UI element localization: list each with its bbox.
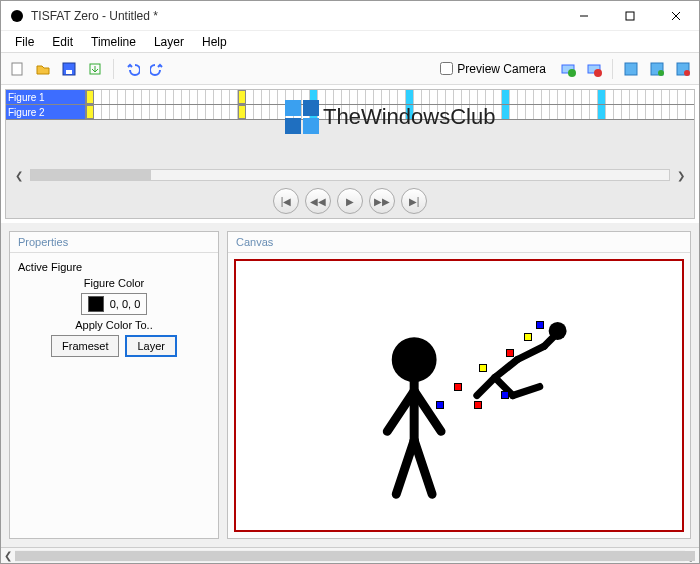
joint-handle[interactable] <box>479 364 487 372</box>
svg-rect-13 <box>625 63 637 75</box>
canvas[interactable] <box>234 259 684 532</box>
new-file-icon[interactable] <box>5 57 29 81</box>
properties-panel: Properties Active Figure Figure Color 0,… <box>9 231 219 539</box>
svg-line-28 <box>495 360 517 378</box>
app-icon <box>9 8 25 24</box>
save-icon[interactable] <box>57 57 81 81</box>
scroll-right-icon[interactable]: ❯ <box>674 168 688 182</box>
svg-rect-2 <box>626 12 634 20</box>
menu-file[interactable]: File <box>7 33 42 51</box>
preview-camera-checkbox[interactable] <box>440 62 453 75</box>
titlebar: TISFAT Zero - Untitled * <box>1 1 699 31</box>
toolbar: Preview Camera <box>1 53 699 85</box>
canvas-panel: Canvas <box>227 231 691 539</box>
hscroll-left-icon[interactable]: ❮ <box>1 549 15 563</box>
minimize-button[interactable] <box>561 1 607 31</box>
menu-help[interactable]: Help <box>194 33 235 51</box>
menu-layer[interactable]: Layer <box>146 33 192 51</box>
joint-handle[interactable] <box>524 333 532 341</box>
watermark: TheWindowsClub <box>285 100 495 134</box>
window-h-scrollbar[interactable]: ❮ ❯ <box>1 547 699 563</box>
svg-point-10 <box>568 69 576 77</box>
playback-controls: |◀ ◀◀ ▶ ▶▶ ▶| <box>6 184 694 218</box>
close-button[interactable] <box>653 1 699 31</box>
frame-a-icon[interactable] <box>619 57 643 81</box>
svg-rect-19 <box>303 100 319 116</box>
svg-rect-7 <box>66 70 72 74</box>
svg-rect-18 <box>285 100 301 116</box>
layer-button[interactable]: Layer <box>125 335 177 357</box>
layer-add-icon[interactable] <box>556 57 580 81</box>
figure-color-label: Figure Color <box>18 277 210 289</box>
joint-handle[interactable] <box>536 321 544 329</box>
frameset-button[interactable]: Frameset <box>51 335 119 357</box>
color-value: 0, 0, 0 <box>110 298 141 310</box>
joint-handle[interactable] <box>436 401 444 409</box>
stick-figure[interactable] <box>236 261 682 530</box>
svg-point-12 <box>594 69 602 77</box>
canvas-title: Canvas <box>228 232 690 253</box>
scroll-left-icon[interactable]: ❮ <box>12 168 26 182</box>
timeline-scrollbar[interactable]: ❮ ❯ <box>6 166 694 184</box>
svg-point-17 <box>684 70 690 76</box>
next-frame-icon[interactable]: ▶▶ <box>369 188 395 214</box>
color-swatch <box>88 296 104 312</box>
watermark-text: TheWindowsClub <box>323 104 495 130</box>
apply-color-label: Apply Color To.. <box>18 319 210 331</box>
frame-c-icon[interactable] <box>671 57 695 81</box>
window-title: TISFAT Zero - Untitled * <box>31 9 561 23</box>
figure-row-1[interactable]: Figure 1 <box>6 90 85 105</box>
menubar: File Edit Timeline Layer Help <box>1 31 699 53</box>
svg-rect-5 <box>12 63 22 75</box>
active-figure-label: Active Figure <box>18 261 210 273</box>
svg-point-34 <box>549 322 567 340</box>
preview-camera-label: Preview Camera <box>457 62 546 76</box>
frame-b-icon[interactable] <box>645 57 669 81</box>
svg-rect-21 <box>303 118 319 134</box>
watermark-logo-icon <box>285 100 319 134</box>
svg-line-26 <box>396 440 414 494</box>
svg-line-32 <box>477 378 495 396</box>
joint-handle[interactable] <box>454 383 462 391</box>
export-icon[interactable] <box>83 57 107 81</box>
properties-title: Properties <box>10 232 218 253</box>
maximize-button[interactable] <box>607 1 653 31</box>
layer-remove-icon[interactable] <box>582 57 606 81</box>
menu-timeline[interactable]: Timeline <box>83 33 144 51</box>
svg-line-27 <box>414 440 432 494</box>
svg-point-0 <box>11 10 23 22</box>
preview-camera-toggle[interactable]: Preview Camera <box>440 62 546 76</box>
hscroll-thumb[interactable] <box>15 551 695 561</box>
figure-color-picker[interactable]: 0, 0, 0 <box>81 293 148 315</box>
joint-handle[interactable] <box>501 391 509 399</box>
svg-point-15 <box>658 70 664 76</box>
menu-edit[interactable]: Edit <box>44 33 81 51</box>
joint-handle[interactable] <box>506 349 514 357</box>
svg-rect-20 <box>285 118 301 134</box>
open-file-icon[interactable] <box>31 57 55 81</box>
undo-icon[interactable] <box>120 57 144 81</box>
joint-handle[interactable] <box>474 401 482 409</box>
figure-row-2[interactable]: Figure 2 <box>6 105 85 120</box>
svg-point-22 <box>396 342 432 378</box>
scroll-thumb[interactable] <box>31 170 151 180</box>
svg-line-29 <box>517 346 544 359</box>
svg-line-31 <box>513 387 540 396</box>
redo-icon[interactable] <box>146 57 170 81</box>
prev-frame-icon[interactable]: ◀◀ <box>305 188 331 214</box>
play-icon[interactable]: ▶ <box>337 188 363 214</box>
last-frame-icon[interactable]: ▶| <box>401 188 427 214</box>
first-frame-icon[interactable]: |◀ <box>273 188 299 214</box>
